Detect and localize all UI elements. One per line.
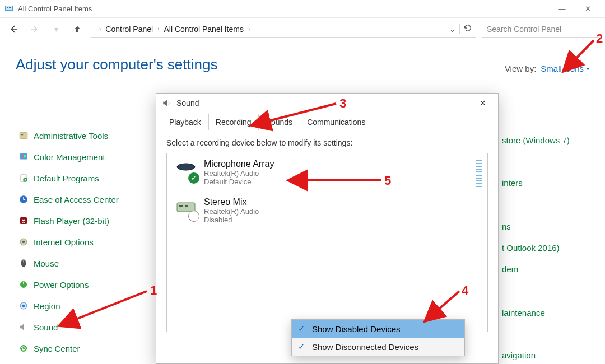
cp-item-partial[interactable]: store (Windows 7) <box>502 136 570 145</box>
cp-item-partial[interactable]: inters <box>502 178 523 188</box>
svg-point-16 <box>22 241 25 244</box>
cp-item-mouse[interactable]: Mouse <box>18 258 59 269</box>
dialog-tabs: Playback Recording Sounds Communications <box>156 113 498 130</box>
cp-item-label: ns <box>502 222 511 231</box>
ctx-item-label: Show Disabled Devices <box>312 324 401 334</box>
cp-item-flash-player-32-bit-[interactable]: Flash Player (32-bit) <box>18 215 109 226</box>
dialog-body: Select a recording device below to modif… <box>156 130 498 340</box>
cp-item-default-programs[interactable]: Default Programs <box>18 172 99 184</box>
ctx-show-disconnected-devices[interactable]: ✓Show Disconnected Devices <box>292 338 464 356</box>
breadcrumb[interactable]: › Control Panel › All Control Panel Item… <box>91 21 476 38</box>
device-name: Stereo Mix <box>204 197 259 207</box>
cp-item-label: inters <box>502 178 523 188</box>
svg-point-22 <box>22 305 25 307</box>
ctx-show-disabled-devices[interactable]: ✓Show Disabled Devices <box>292 320 464 338</box>
cp-item-color-management[interactable]: Color Management <box>18 151 105 162</box>
cp-item-sound[interactable]: Sound <box>18 321 58 333</box>
device-microphone-array[interactable]: ✓Microphone ArrayRealtek(R) AudioDefault… <box>167 153 487 192</box>
svg-rect-27 <box>179 205 183 207</box>
cp-item-label: Mouse <box>34 259 59 268</box>
refresh-button[interactable] <box>463 24 472 34</box>
cp-item-label: Sync Center <box>34 344 80 353</box>
arrow-down-icon: ↓ <box>188 211 199 222</box>
svg-rect-2 <box>7 7 8 8</box>
cp-item-administrative-tools[interactable]: Administrative Tools <box>18 130 108 141</box>
cp-item-icon <box>18 151 29 162</box>
cp-item-sync-center[interactable]: Sync Center <box>18 343 80 354</box>
control-panel-icon <box>4 4 13 13</box>
breadcrumb-seg-1[interactable]: Control Panel <box>105 25 153 34</box>
breadcrumb-seg-2[interactable]: All Control Panel Items <box>164 25 244 34</box>
cp-item-label: dem <box>502 264 518 274</box>
nav-up-button[interactable] <box>69 21 85 37</box>
dialog-title: Sound <box>176 99 199 108</box>
cp-item-label: avigation <box>502 351 536 360</box>
device-name: Microphone Array <box>204 159 274 169</box>
window-titlebar: All Control Panel Items — ✕ <box>0 0 605 18</box>
tab-playback[interactable]: Playback <box>162 114 208 130</box>
view-by-dropdown[interactable]: Small icons ▾ <box>541 64 589 73</box>
cp-item-label: Flash Player (32-bit) <box>34 216 109 226</box>
recording-device-list[interactable]: ✓Microphone ArrayRealtek(R) AudioDefault… <box>166 153 488 332</box>
cp-item-icon <box>18 258 29 269</box>
svg-rect-18 <box>23 260 24 263</box>
checkmark-icon: ✓ <box>296 324 306 334</box>
svg-rect-20 <box>23 282 24 284</box>
chevron-right-icon: › <box>99 26 101 32</box>
divider <box>459 24 460 34</box>
cp-item-icon <box>18 343 29 354</box>
device-stereo-mix[interactable]: ↓Stereo MixRealtek(R) AudioDisabled <box>167 192 487 230</box>
dialog-close-button[interactable]: ✕ <box>473 96 492 110</box>
svg-rect-28 <box>185 205 188 207</box>
cp-item-icon <box>18 279 29 290</box>
breadcrumb-history-dropdown[interactable]: ⌄ <box>449 25 456 34</box>
svg-point-23 <box>20 345 27 352</box>
ctx-item-label: Show Disconnected Devices <box>312 342 418 352</box>
cp-item-partial[interactable]: dem <box>502 264 518 274</box>
tab-recording[interactable]: Recording <box>208 114 259 130</box>
cp-item-label: Region <box>34 301 61 311</box>
cp-item-label: Power Options <box>34 280 89 290</box>
cp-item-label: Internet Options <box>34 237 94 247</box>
cp-item-region[interactable]: Region <box>18 300 61 311</box>
cp-item-icon <box>18 236 29 248</box>
cp-item-label: Default Programs <box>34 174 99 183</box>
search-placeholder: Search Control Panel <box>487 25 561 34</box>
cp-item-label: Administrative Tools <box>34 131 108 141</box>
tab-sounds[interactable]: Sounds <box>259 114 300 130</box>
check-icon: ✓ <box>188 172 199 184</box>
cp-item-partial[interactable]: t Outlook 2016) <box>502 243 560 253</box>
cp-item-label: store (Windows 7) <box>502 136 570 145</box>
nav-history-dropdown[interactable]: ▾ <box>48 21 64 37</box>
cp-item-partial[interactable]: laintenance <box>502 308 545 318</box>
checkmark-icon: ✓ <box>296 342 306 352</box>
input-level-meter <box>476 160 482 187</box>
dialog-titlebar: Sound ✕ <box>156 94 498 113</box>
window-close-button[interactable]: ✕ <box>575 0 601 18</box>
cp-item-power-options[interactable]: Power Options <box>18 279 89 290</box>
device-status: Disabled <box>204 216 259 224</box>
cp-item-partial[interactable]: avigation <box>502 351 536 360</box>
cp-item-label: Ease of Access Center <box>34 195 119 204</box>
cp-item-icon <box>18 194 29 205</box>
tab-communications[interactable]: Communications <box>300 114 373 130</box>
speaker-icon <box>162 98 172 108</box>
cp-item-internet-options[interactable]: Internet Options <box>18 236 94 248</box>
cp-item-ease-of-access-center[interactable]: Ease of Access Center <box>18 194 119 205</box>
svg-rect-7 <box>21 134 24 136</box>
nav-forward-button[interactable] <box>27 21 43 37</box>
cp-item-partial[interactable]: ns <box>502 222 511 231</box>
cp-item-label: Color Management <box>34 152 105 162</box>
cp-item-label: laintenance <box>502 308 545 318</box>
device-driver: Realtek(R) Audio <box>204 207 259 216</box>
svg-rect-6 <box>20 133 27 139</box>
device-icon: ✓ <box>175 159 197 181</box>
nav-back-button[interactable] <box>6 21 21 37</box>
view-by-control: View by: Small icons ▾ <box>505 64 589 73</box>
window-title: All Control Panel Items <box>18 4 92 13</box>
device-icon: ↓ <box>175 197 197 220</box>
window-minimize-button[interactable]: — <box>549 0 575 18</box>
caret-down-icon: ▾ <box>587 66 589 72</box>
search-input[interactable]: Search Control Panel <box>482 21 599 38</box>
chevron-right-icon: › <box>248 26 250 32</box>
